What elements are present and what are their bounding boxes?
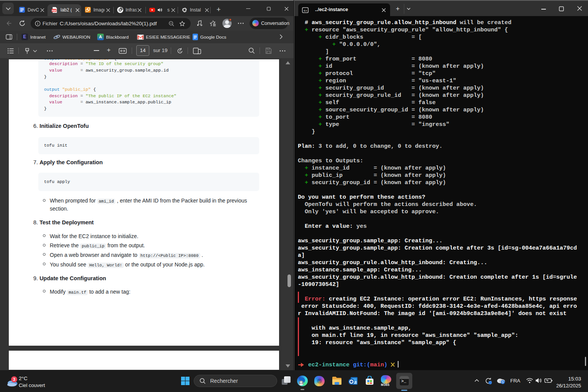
svg-text:C:\: C:\ <box>304 9 307 12</box>
svg-text:PDF: PDF <box>52 10 56 12</box>
